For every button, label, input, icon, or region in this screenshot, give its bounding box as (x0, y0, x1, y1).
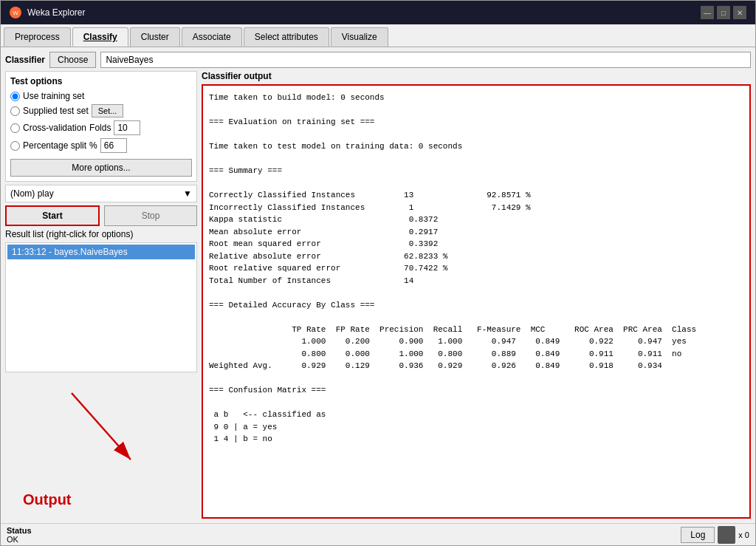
classifier-label: Classifier (5, 55, 45, 65)
status-bar: Status OK Log x 0 (1, 523, 755, 545)
percentage-split-label: Percentage split (23, 140, 86, 151)
percent-label: % (89, 140, 97, 151)
tab-classify[interactable]: Classify (72, 27, 128, 47)
tab-select-attributes[interactable]: Select attributes (244, 27, 329, 47)
folds-input[interactable] (114, 120, 140, 135)
test-options-title: Test options (10, 76, 192, 86)
maximize-button[interactable]: □ (717, 6, 730, 19)
title-bar: W Weka Explorer — □ ✕ (1, 1, 755, 24)
supplied-test-radio[interactable] (10, 106, 20, 116)
classifier-section: Classifier Choose NaiveBayes (5, 52, 751, 68)
result-list: 11:33:12 - bayes.NaiveBayes (5, 242, 197, 372)
result-item[interactable]: 11:33:12 - bayes.NaiveBayes (7, 245, 195, 259)
tab-bar: Preprocess Classify Cluster Associate Se… (1, 24, 755, 47)
status-label: Status (7, 526, 32, 535)
supplied-test-row: Supplied test set Set... (10, 104, 192, 117)
classifier-output-box[interactable]: Time taken to build model: 0 seconds ===… (202, 84, 751, 519)
use-training-radio[interactable] (10, 92, 20, 101)
window-title: Weka Explorer (27, 7, 85, 18)
left-panel: Test options Use training set Supplied t… (5, 71, 197, 519)
minimize-button[interactable]: — (701, 6, 714, 19)
status-right: Log x 0 (681, 526, 749, 544)
percent-input[interactable] (100, 138, 127, 153)
nom-play-label: (Nom) play (10, 188, 54, 199)
weka-status-icon (718, 526, 735, 544)
right-panel: Classifier output Time taken to build mo… (202, 71, 751, 519)
tab-associate[interactable]: Associate (182, 27, 242, 47)
status-value: OK (7, 535, 32, 544)
x-count: x 0 (738, 530, 749, 539)
cross-validation-radio[interactable] (10, 123, 20, 133)
use-training-row: Use training set (10, 91, 192, 101)
status-left: Status OK (7, 526, 32, 544)
start-button[interactable]: Start (5, 205, 100, 226)
result-list-section: Result list (right-click for options) 11… (5, 229, 197, 372)
percentage-split-radio[interactable] (10, 141, 20, 151)
stop-button[interactable]: Stop (104, 205, 197, 226)
main-window: W Weka Explorer — □ ✕ Preprocess Classif… (0, 0, 756, 546)
percentage-split-row: Percentage split % (10, 138, 192, 153)
result-timestamp: 11:33:12 (12, 247, 47, 257)
result-list-title: Result list (right-click for options) (5, 229, 197, 239)
main-content: Classifier Choose NaiveBayes Test option… (1, 47, 755, 523)
output-annotation-label: Output (20, 488, 75, 511)
log-button[interactable]: Log (681, 527, 715, 543)
more-options-button[interactable]: More options... (10, 159, 192, 177)
close-button[interactable]: ✕ (733, 6, 746, 19)
folds-label: Folds (89, 123, 111, 133)
tab-visualize[interactable]: Visualize (331, 27, 388, 47)
choose-button[interactable]: Choose (49, 52, 96, 68)
test-options-panel: Test options Use training set Supplied t… (5, 71, 197, 182)
set-button[interactable]: Set... (92, 104, 124, 117)
supplied-test-label: Supplied test set (23, 106, 89, 116)
action-row: Start Stop (5, 205, 197, 226)
result-classifier: bayes.NaiveBayes (54, 247, 127, 257)
weka-icon: W (10, 7, 21, 18)
classifier-value: NaiveBayes (100, 52, 751, 68)
title-bar-left: W Weka Explorer (10, 7, 85, 18)
nom-play-row[interactable]: (Nom) play ▼ (5, 185, 197, 202)
title-bar-buttons: — □ ✕ (701, 6, 746, 19)
svg-line-1 (72, 393, 131, 460)
tab-cluster[interactable]: Cluster (130, 27, 180, 47)
use-training-label: Use training set (23, 91, 84, 101)
nom-play-chevron: ▼ (183, 188, 192, 199)
cross-validation-label: Cross-validation (23, 123, 86, 133)
content-area: Test options Use training set Supplied t… (5, 71, 751, 519)
tab-preprocess[interactable]: Preprocess (4, 27, 71, 47)
output-title: Classifier output (202, 71, 751, 81)
cross-validation-row: Cross-validation Folds (10, 120, 192, 135)
